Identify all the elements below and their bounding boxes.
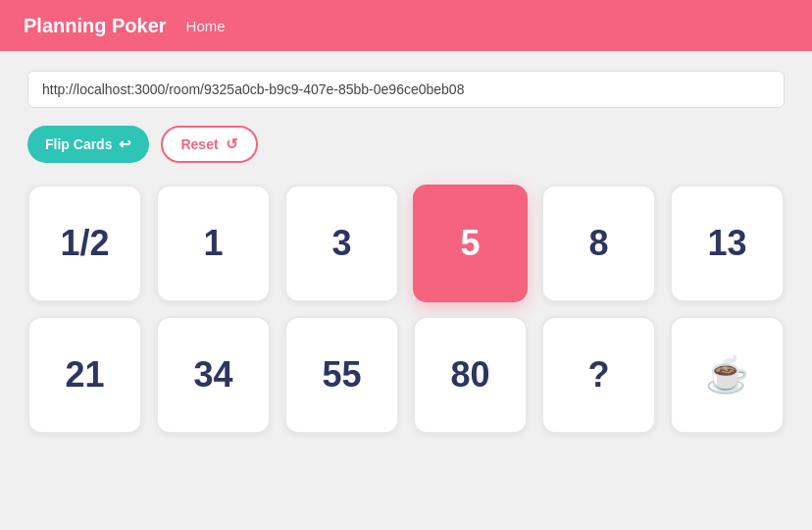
url-bar: http://localhost:3000/room/9325a0cb-b9c9… [27,71,785,108]
card-half-value: 1/2 [60,223,109,264]
flip-label: Flip Cards [45,136,112,152]
toolbar: Flip Cards ↩ Reset ↺ [27,126,785,163]
app-header: Planning Poker Home [0,0,812,51]
card-13[interactable]: 13 [670,185,785,302]
card-3-value: 3 [331,223,351,264]
url-text: http://localhost:3000/room/9325a0cb-b9c9… [42,81,464,97]
card-55[interactable]: 55 [284,316,399,434]
card-21[interactable]: 21 [27,316,142,434]
card-34[interactable]: 34 [156,316,271,434]
card-8-value: 8 [588,223,608,264]
card-80-value: 80 [450,354,489,396]
card-5-value: 5 [460,223,480,264]
main-content: http://localhost:3000/room/9325a0cb-b9c9… [0,51,812,453]
card-1-value: 1 [203,223,223,264]
card-21-value: 21 [65,354,104,396]
card-34-value: 34 [193,354,232,396]
flip-icon: ↩ [119,135,131,153]
flip-cards-button[interactable]: Flip Cards ↩ [27,126,149,163]
nav-home-link[interactable]: Home [186,18,226,34]
card-coffee-value: ☕ [705,354,749,396]
card-q-value: ? [588,354,610,396]
card-q[interactable]: ? [541,316,656,434]
reset-icon: ↺ [226,135,238,153]
card-55-value: 55 [322,354,361,396]
reset-button[interactable]: Reset ↺ [161,126,257,163]
cards-grid: 1/213581321345580?☕ [27,185,785,434]
card-1[interactable]: 1 [156,185,271,302]
card-80[interactable]: 80 [413,316,528,434]
card-5[interactable]: 5 [413,185,528,302]
card-13-value: 13 [707,223,746,264]
card-coffee[interactable]: ☕ [670,316,785,434]
reset-label: Reset [180,136,218,152]
card-3[interactable]: 3 [284,185,399,302]
app-title: Planning Poker [24,15,167,37]
card-8[interactable]: 8 [541,185,656,302]
card-half[interactable]: 1/2 [27,185,142,302]
